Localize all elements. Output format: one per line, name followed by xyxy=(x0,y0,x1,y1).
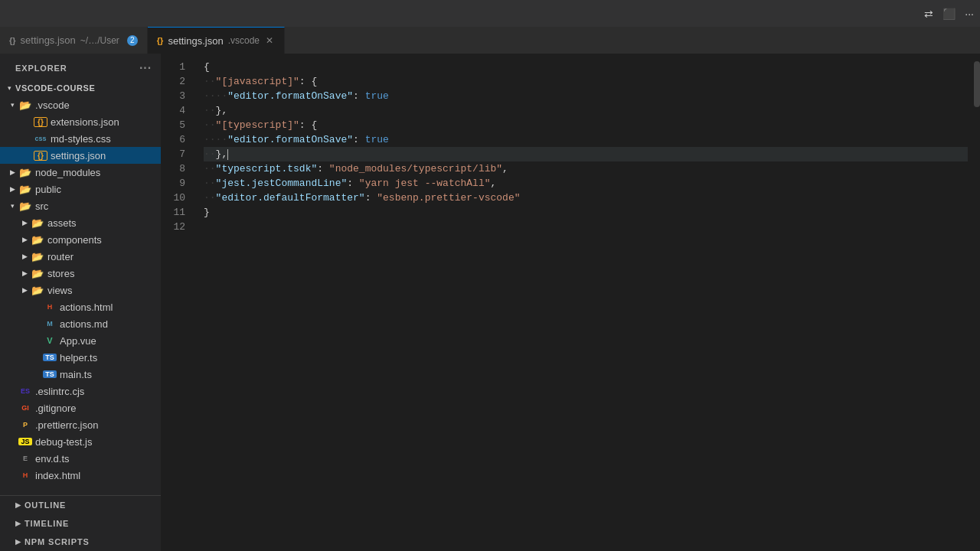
tree-item-eslintrc[interactable]: ES.eslintrc.cjs xyxy=(0,383,161,399)
indent-dots: ·· xyxy=(204,103,216,118)
minimap xyxy=(968,54,974,551)
indent-dots: ·· xyxy=(204,74,216,89)
layout-icon[interactable]: ⬛ xyxy=(942,8,956,20)
indent-dots: ·· xyxy=(204,191,216,205)
tree-item-env-d-ts[interactable]: Eenv.d.ts xyxy=(0,450,161,467)
file-type-icon: TS xyxy=(43,354,57,361)
colon-token: : xyxy=(317,161,329,176)
file-name-label: main.ts xyxy=(60,369,92,380)
tree-item-src[interactable]: ▾📂src xyxy=(0,197,161,214)
code-line: ····"editor.formatOnSave": true xyxy=(204,89,968,103)
line-number: 5 xyxy=(161,118,185,132)
colon-token: : xyxy=(299,74,312,89)
tab-settings-user[interactable]: {}settings.json ~/…/User2 xyxy=(0,27,148,54)
file-type-icon: {} xyxy=(34,151,47,161)
editor: 123456789101112 {··"[javascript]": {····… xyxy=(161,54,980,551)
editor-scrollbar[interactable] xyxy=(974,54,980,551)
sidebar-section-outline[interactable]: ▶OUTLINE xyxy=(0,496,161,514)
colon-token: : xyxy=(347,176,359,191)
comma-token: , xyxy=(491,176,497,191)
key-token: "editor.formatOnSave" xyxy=(227,132,353,147)
explorer-title: EXPLORER xyxy=(15,64,67,73)
tab-name: settings.json xyxy=(168,35,223,47)
tree-item-actions-html[interactable]: Hactions.html xyxy=(0,298,161,315)
indent-dots: ···· xyxy=(204,132,227,147)
file-type-icon: JS xyxy=(18,438,32,445)
sidebar-more-button[interactable]: ··· xyxy=(139,61,152,75)
file-type-icon: M xyxy=(43,320,57,328)
tree-arrow: ▶ xyxy=(18,286,31,294)
tab-path: .vscode xyxy=(228,35,260,46)
line-number: 8 xyxy=(161,161,185,176)
tree-item-extensions-json[interactable]: {}extensions.json xyxy=(0,113,161,130)
tab-close-button[interactable]: ✕ xyxy=(264,34,275,47)
sidebar-bottom: ▶OUTLINE▶TIMELINE▶NPM SCRIPTS xyxy=(0,495,161,551)
scrollbar-thumb[interactable] xyxy=(974,61,980,107)
sidebar-title-bar: EXPLORER ··· xyxy=(0,54,161,80)
tree-item-stores[interactable]: ▶📂stores xyxy=(0,265,161,282)
tree-item-components[interactable]: ▶📂components xyxy=(0,231,161,248)
file-type-icon: H xyxy=(43,303,57,311)
indent-dots: ·· xyxy=(204,147,216,161)
indent-dots: ·· xyxy=(204,176,216,191)
file-type-icon: H xyxy=(18,471,32,479)
file-type-icon: 📂 xyxy=(31,251,44,262)
more-icon[interactable]: ··· xyxy=(965,8,974,20)
file-name-label: actions.md xyxy=(60,318,108,330)
file-type-icon: 📂 xyxy=(18,184,32,195)
file-type-icon: 📂 xyxy=(18,167,32,178)
title-bar: ⇄ ⬛ ··· xyxy=(0,0,980,27)
tab-icon: {} xyxy=(9,36,16,45)
indent-dots: ·· xyxy=(204,161,216,176)
file-name-label: components xyxy=(47,234,102,246)
comma-token: , xyxy=(502,161,508,176)
tree-item-views[interactable]: ▶📂views xyxy=(0,282,161,298)
line-numbers: 123456789101112 xyxy=(161,54,191,551)
tree-item-prettierrc[interactable]: P.prettierrc.json xyxy=(0,416,161,433)
tree-item-vscode-folder[interactable]: ▾📂.vscode xyxy=(0,96,161,113)
line-number: 4 xyxy=(161,103,185,118)
file-name-label: helper.ts xyxy=(60,352,97,364)
file-name-label: views xyxy=(47,285,73,296)
file-type-icon: 📂 xyxy=(31,217,44,229)
line-number: 7 xyxy=(161,147,185,161)
tree-item-index-html[interactable]: Hindex.html xyxy=(0,467,161,484)
tree-item-public[interactable]: ▶📂public xyxy=(0,181,161,197)
tree-item-helper-ts[interactable]: TShelper.ts xyxy=(0,349,161,366)
editor-content[interactable]: 123456789101112 {··"[javascript]": {····… xyxy=(161,54,980,551)
file-name-label: actions.html xyxy=(60,302,113,313)
tree-item-gitignore[interactable]: GI.gitignore xyxy=(0,399,161,416)
file-name-label: App.vue xyxy=(60,335,96,347)
file-name-label: .prettierrc.json xyxy=(35,419,98,431)
tree-arrow: ▶ xyxy=(18,219,31,227)
tree-item-main-ts[interactable]: TSmain.ts xyxy=(0,366,161,383)
sidebar-section-npm-scripts[interactable]: ▶NPM SCRIPTS xyxy=(0,533,161,551)
tree-item-settings-json[interactable]: {}settings.json xyxy=(0,147,161,164)
tree-item-md-styles-css[interactable]: cssmd-styles.css xyxy=(0,130,161,147)
tree-item-router[interactable]: ▶📂router xyxy=(0,248,161,265)
file-name-label: settings.json xyxy=(51,150,106,161)
colon-token: : xyxy=(353,132,365,147)
file-name-label: .gitignore xyxy=(35,403,76,414)
sidebar-section-timeline[interactable]: ▶TIMELINE xyxy=(0,514,161,533)
file-type-icon: 📂 xyxy=(18,201,32,212)
tab-settings-vscode[interactable]: {}settings.json .vscode✕ xyxy=(148,27,285,54)
tree-item-app-vue[interactable]: VApp.vue xyxy=(0,332,161,349)
file-tree: ▾📂.vscode{}extensions.jsoncssmd-styles.c… xyxy=(0,96,161,495)
indent-dots: ···· xyxy=(204,89,227,103)
section-arrow: ▶ xyxy=(15,501,21,509)
colon-token: : xyxy=(365,191,377,205)
tree-item-actions-md[interactable]: Mactions.md xyxy=(0,315,161,332)
tree-item-debug-test[interactable]: JSdebug-test.js xyxy=(0,433,161,450)
remote-icon[interactable]: ⇄ xyxy=(924,8,933,20)
file-type-icon: ES xyxy=(18,387,32,395)
tree-arrow: ▶ xyxy=(18,253,31,260)
code-area[interactable]: {··"[javascript]": {····"editor.formatOn… xyxy=(191,54,968,551)
file-type-icon: GI xyxy=(18,404,32,412)
tree-arrow: ▶ xyxy=(18,236,31,243)
line-number: 10 xyxy=(161,191,185,205)
bool-token: true xyxy=(365,132,389,147)
project-root[interactable]: ▾ VSCODE-COURSE xyxy=(0,80,161,96)
tree-item-assets[interactable]: ▶📂assets xyxy=(0,214,161,231)
tree-item-node-modules[interactable]: ▶📂node_modules xyxy=(0,164,161,181)
